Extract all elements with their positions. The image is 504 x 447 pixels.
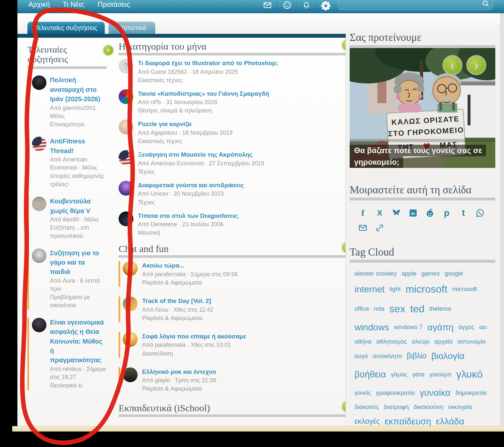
thread-avatar[interactable] — [123, 332, 138, 347]
thread-avatar[interactable] — [123, 367, 138, 382]
tag-link[interactable]: δικαιοσύνη — [414, 401, 443, 413]
nav-item-home[interactable]: Αρχική — [22, 0, 56, 9]
tab-latest-discussions[interactable]: Τελευταίες συζητήσεις — [27, 22, 105, 34]
thread-avatar[interactable] — [32, 197, 46, 211]
tag-link[interactable]: αει — [479, 321, 487, 333]
inbox-mail-icon[interactable] — [258, 0, 277, 13]
tag-link[interactable]: εκπαίδευση — [385, 413, 431, 426]
thread-avatar[interactable] — [32, 137, 46, 151]
tag-link[interactable]: internet — [354, 281, 384, 298]
thread-avatar[interactable]: ? — [119, 59, 133, 73]
smiley-icon[interactable] — [277, 0, 296, 13]
thread-title-link[interactable]: Σοφά λόγια που είπαμε ή ακούσαμε — [142, 332, 345, 341]
tag-link[interactable]: thelema — [429, 303, 451, 315]
nav-item-whats-new[interactable]: Τι Νέα; — [56, 0, 91, 9]
thread-title-link[interactable]: Κουβεντούλα χωρίς θέμα V — [50, 197, 107, 216]
tag-link[interactable]: αστυνομία — [458, 336, 486, 347]
thread-title-link[interactable]: Πολιτική αναταραχή στο Ιράν (2025-2026) — [50, 75, 107, 104]
thread-title-link[interactable]: Ελληνικό ροκ και έντεχνο — [142, 367, 345, 376]
tag-link[interactable]: γυναίκα — [420, 384, 451, 401]
tag-link[interactable]: άγχος — [458, 321, 474, 333]
tag-link[interactable]: microsoft — [452, 283, 477, 295]
thread-avatar[interactable] — [32, 75, 46, 90]
sidebar-more-button[interactable]: › — [103, 45, 113, 55]
thread-title-link[interactable]: Ταινία «Καποδίστριας» του Γιάννη Σμαραγδ… — [138, 89, 345, 98]
pinterest-share-icon[interactable]: p — [442, 208, 451, 218]
tag-link[interactable]: αυτοκίνητο — [373, 350, 402, 362]
tag-link[interactable]: ελλάδα — [436, 413, 464, 426]
thread-avatar[interactable] — [119, 181, 133, 196]
link-share-icon[interactable] — [375, 223, 384, 233]
thread-title-link[interactable]: Διαφορετικά γούστα και αντιδράσεις — [138, 181, 345, 190]
tag-link[interactable]: sex — [389, 299, 405, 319]
tag-link[interactable]: microsoft — [405, 279, 447, 299]
reddit-share-icon[interactable] — [425, 208, 435, 218]
tag-link[interactable]: ted — [410, 299, 424, 319]
tag-link[interactable]: βοήθεια — [354, 366, 386, 383]
tag-link[interactable]: εκλογές — [354, 414, 380, 426]
tag-link[interactable]: γλυκό — [456, 364, 483, 384]
recommend-carousel[interactable]: ΚΑΛΩΣ ΟΡΙΣΑΤΕ ΣΤΟ ΓΗΡΟΚΟΜΕΙΟ ΤΗΣ ♥ ΜΑΣ — [350, 48, 495, 168]
thread-title-link[interactable]: Συζήτηση για το γάμο και τα παιδιά — [50, 248, 107, 277]
carousel-prev-button[interactable]: ‹ — [442, 55, 462, 75]
tag-link[interactable]: office — [354, 303, 369, 315]
tag-link[interactable]: aleister crowley — [354, 268, 397, 279]
thread-title-link[interactable]: Ακούω τώρα... — [142, 261, 345, 270]
tag-link[interactable]: διατροφή — [384, 401, 409, 413]
thread-avatar[interactable] — [32, 248, 46, 263]
thread-title-link[interactable]: Τίποτα στο στυλ των Dragonforce; — [138, 211, 345, 220]
thread-title-link[interactable]: Puzzle για κορνίζα — [138, 120, 345, 129]
thread-title-link[interactable]: Είναι υγειονομικά ασφαλής η Θεία Κοινωνί… — [50, 318, 107, 365]
tag-link[interactable]: γραφειοκρατία — [376, 387, 415, 399]
search-input[interactable] — [341, 0, 481, 9]
tag-link[interactable]: βιβλίο — [407, 349, 426, 363]
tag-link[interactable]: αρχαία — [434, 336, 452, 347]
tag-link[interactable]: γάτα — [412, 369, 425, 380]
thread-avatar[interactable] — [123, 261, 138, 276]
tag-link[interactable]: apple — [402, 268, 417, 279]
thread-title-link[interactable]: AntiFitness Thread! — [50, 137, 107, 156]
thread-meta: Από nPb · 31 Ιανουαρίου 2026 — [138, 98, 345, 106]
bluesky-share-icon[interactable] — [392, 208, 401, 218]
thread-title-link[interactable]: Ξενάγηση στο Μουσείο της Ακρόπολης — [138, 150, 345, 159]
nav-item-suggestions[interactable]: Προτάσεις — [91, 0, 136, 9]
thread-avatar[interactable] — [119, 150, 133, 165]
share-underline — [350, 198, 495, 200]
settings-gear-icon[interactable] — [316, 0, 335, 13]
tag-link[interactable]: γιαούρτι — [430, 369, 451, 380]
mail-share-icon[interactable] — [358, 223, 368, 233]
thread-avatar[interactable] — [32, 318, 46, 332]
search-icon[interactable] — [481, 0, 490, 9]
tag-link[interactable]: γάμος — [391, 369, 407, 380]
tag-link[interactable]: δημοκρατία — [455, 387, 487, 399]
tag-link[interactable]: light — [389, 283, 401, 295]
thread-title-link[interactable]: Track of the Day [Vol. 2] — [142, 296, 345, 306]
tag-link[interactable]: αγάπη — [427, 319, 453, 336]
tag-link[interactable]: διακοπές — [354, 401, 379, 413]
tag-link[interactable]: εκκλησία — [448, 401, 472, 413]
tag-link[interactable]: βιολογία — [431, 347, 464, 364]
x-share-icon[interactable]: X — [375, 208, 384, 218]
thread-avatar[interactable] — [119, 89, 133, 104]
thread-avatar[interactable] — [119, 120, 133, 134]
tumblr-share-icon[interactable]: t — [459, 208, 468, 218]
facebook-share-icon[interactable]: f — [358, 208, 368, 218]
thread-avatar[interactable] — [123, 296, 138, 311]
tag-link[interactable]: αθλητισμός — [376, 336, 407, 347]
tag-link[interactable]: rota — [374, 303, 384, 315]
tag-link[interactable]: αυγό — [354, 350, 368, 362]
tag-link[interactable]: αθήνα — [354, 336, 372, 347]
carousel-next-button[interactable]: › — [466, 55, 486, 75]
tag-link[interactable]: γονείς — [354, 387, 371, 399]
thread-title-link[interactable]: Τι διαφορά έχει το Illustrator από το Ph… — [138, 59, 345, 68]
tab-statistics[interactable]: Στατιστικά — [109, 22, 155, 34]
tag-link[interactable]: windows — [354, 319, 389, 336]
linkedin-share-icon[interactable]: in — [408, 208, 418, 218]
tag-link[interactable]: αλεύρι — [412, 336, 429, 347]
thread-avatar[interactable] — [119, 211, 133, 226]
whatsapp-share-icon[interactable] — [475, 208, 485, 218]
notifications-bell-icon[interactable] — [296, 0, 316, 13]
tag-link[interactable]: windows 7 — [394, 321, 422, 333]
tag-link[interactable]: games — [421, 268, 440, 279]
tag-link[interactable]: google — [444, 268, 463, 279]
